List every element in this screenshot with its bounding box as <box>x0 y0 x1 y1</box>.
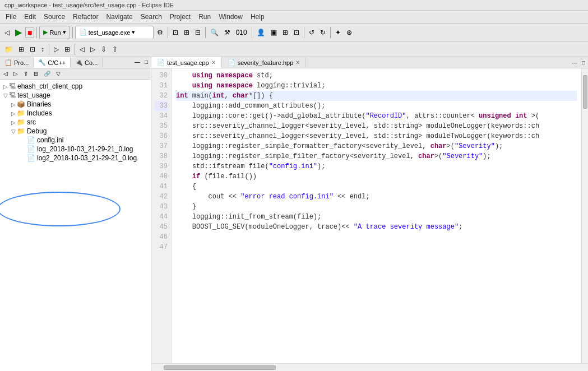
menu-help[interactable]: Help <box>247 12 268 22</box>
tree-label-ehash: ehash_ctrl_client_cpp <box>17 82 82 90</box>
play-button[interactable]: ▶ <box>13 26 24 39</box>
tb-icon-1[interactable]: ⊡ <box>170 27 180 38</box>
tb-icon-6[interactable]: 010 <box>234 27 249 38</box>
line-num-32: 32 <box>155 91 168 101</box>
tree-tb-back[interactable]: ◁ <box>1 69 10 78</box>
editor-tab-actions: — □ <box>569 58 588 67</box>
tb2-icon-3[interactable]: ⊡ <box>27 44 38 54</box>
toolbar-sep-7 <box>330 27 331 38</box>
tree-tb-collapse[interactable]: ⊟ <box>31 69 40 78</box>
menu-search[interactable]: Search <box>137 12 165 22</box>
tree-label-debug: Debug <box>27 127 47 135</box>
tab-close-severity[interactable]: ✕ <box>295 59 300 66</box>
tree-arrow-test-usage: ▽ <box>3 92 8 99</box>
run-config-button[interactable]: ▶ Run ▾ <box>39 26 70 39</box>
tb-icon-13[interactable]: ✦ <box>333 27 343 38</box>
sidebar-minimize-icon[interactable]: — <box>133 58 142 67</box>
tb2-icon-7[interactable]: ◁ <box>77 44 87 54</box>
tb-icon-7[interactable]: 👤 <box>254 27 267 38</box>
tb-icon-10[interactable]: ⊡ <box>291 27 302 38</box>
editor-scrollbar-v[interactable] <box>581 68 588 363</box>
menu-project[interactable]: Project <box>166 12 194 22</box>
menu-refactor[interactable]: Refactor <box>70 12 101 22</box>
menu-navigate[interactable]: Navigate <box>103 12 136 22</box>
tree-tb-link[interactable]: 🔗 <box>41 69 53 78</box>
sidebar: 📋 Pro... 🔧 C/C++ 🔌 Co... — □ ◁ ▷ ⇧ ⊟ 🔗 <box>0 57 151 371</box>
cpp-icon: 🔧 <box>38 59 46 66</box>
folder-icon-includes: 📁 <box>17 109 25 117</box>
code-line-31: using namespace logging::trivial; <box>176 81 577 91</box>
scrollbar-thumb-h[interactable] <box>164 365 276 370</box>
tree-item-ehash[interactable]: ▷ 🏗 ehash_ctrl_client_cpp <box>2 82 149 91</box>
menu-run[interactable]: Run <box>195 12 214 22</box>
exe-settings-button[interactable]: ⚙ <box>155 27 165 38</box>
tb-icon-5[interactable]: ⚒ <box>222 27 233 38</box>
code-line-43: cout << "error read config.ini" << endl; <box>176 192 577 202</box>
toolbar-sep-5 <box>252 27 252 38</box>
code-content[interactable]: using namespace std; using namespace log… <box>172 68 581 363</box>
tab-close-test-usage[interactable]: ✕ <box>211 59 216 66</box>
tree-tb-up[interactable]: ⇧ <box>21 69 30 78</box>
tb2-icon-2[interactable]: ⊞ <box>16 44 26 54</box>
tree-item-log2[interactable]: 📄 log2_2018-10-03_21-29-21_0.log <box>2 154 149 163</box>
tree-item-includes[interactable]: ▷ 📁 Includes <box>2 109 149 118</box>
editor-tab-test-usage[interactable]: 📄 test_usage.cpp ✕ <box>151 57 222 68</box>
tb2-icon-6[interactable]: ⊞ <box>62 44 72 54</box>
tb2-icon-4[interactable]: ↕ <box>39 44 47 54</box>
line-num-43: 43 <box>155 202 168 212</box>
tree-item-test-usage[interactable]: ▽ 🏗 test_usage <box>2 91 149 100</box>
tree-item-debug[interactable]: ▽ 📁 Debug <box>2 127 149 136</box>
tb2-icon-5[interactable]: ▷ <box>52 44 61 54</box>
menu-edit[interactable]: Edit <box>21 12 39 22</box>
menu-source[interactable]: Source <box>40 12 68 22</box>
menu-bar: File Edit Source Refactor Navigate Searc… <box>0 11 588 24</box>
line-num-47: 47 <box>155 242 168 252</box>
sidebar-tab-icons: — □ <box>132 57 151 68</box>
code-line-30: using namespace std; <box>176 71 577 81</box>
tb2-icon-1[interactable]: 📁 <box>2 44 15 54</box>
sidebar-tab-co[interactable]: 🔌 Co... <box>71 57 103 68</box>
editor-minimize-icon[interactable]: — <box>570 59 579 66</box>
menu-window[interactable]: Window <box>215 12 246 22</box>
project-icon-test-usage: 🏗 <box>9 91 16 99</box>
sidebar-tab-cpp[interactable]: 🔧 C/C++ <box>34 57 71 68</box>
back-button[interactable]: ◁ <box>2 27 12 38</box>
line-num-44: 44 <box>155 212 168 222</box>
line-num-34: 34 <box>155 111 168 121</box>
tb-icon-4[interactable]: 🔍 <box>208 27 221 38</box>
pro-label: Pro... <box>14 59 29 66</box>
exe-config-button[interactable]: 📄 test_usage.exe ▾ <box>75 26 154 39</box>
tree-tb-filter[interactable]: ▽ <box>54 69 63 78</box>
tb-icon-2[interactable]: ⊞ <box>182 27 192 38</box>
toolbar-sep-4 <box>205 27 206 38</box>
tree-arrow-binaries: ▷ <box>11 101 16 108</box>
play-icon: ▶ <box>43 29 48 36</box>
tb2-icon-8[interactable]: ▷ <box>88 44 98 54</box>
stop-button[interactable]: ■ <box>25 27 34 38</box>
editor-tab-severity[interactable]: 📄 severity_feature.hpp ✕ <box>222 57 307 68</box>
tb-icon-14[interactable]: ⊛ <box>344 27 354 38</box>
tb-icon-3[interactable]: ⊟ <box>193 27 203 38</box>
sidebar-tab-pro[interactable]: 📋 Pro... <box>0 57 34 68</box>
tree-item-log1[interactable]: 📄 log_2018-10-03_21-29-21_0.log <box>2 145 149 154</box>
editor-scrollbar-h[interactable] <box>151 363 588 371</box>
editor-tabs: 📄 test_usage.cpp ✕ 📄 severity_feature.hp… <box>151 57 588 68</box>
editor-area: 📄 test_usage.cpp ✕ 📄 severity_feature.hp… <box>151 57 588 371</box>
tree-item-src[interactable]: ▷ 📁 src <box>2 118 149 127</box>
tree-item-config-ini[interactable]: 📄 config.ini <box>2 136 149 145</box>
run-dropdown-arrow[interactable]: ▾ <box>63 29 66 36</box>
tb-icon-12[interactable]: ↻ <box>318 27 328 38</box>
tree-item-binaries[interactable]: ▷ 📦 Binaries <box>2 100 149 109</box>
exe-dropdown-arrow[interactable]: ▾ <box>132 29 135 36</box>
tb2-icon-9[interactable]: ⇩ <box>99 44 109 54</box>
tree-tb-forward[interactable]: ▷ <box>11 69 20 78</box>
menu-file[interactable]: File <box>2 12 20 22</box>
tb-icon-9[interactable]: ⊞ <box>280 27 290 38</box>
toolbar-sep-6 <box>304 27 304 38</box>
sidebar-maximize-icon[interactable]: □ <box>143 58 150 67</box>
scrollbar-thumb-v[interactable] <box>583 75 587 109</box>
tb2-icon-10[interactable]: ⇧ <box>110 44 120 54</box>
editor-maximize-icon[interactable]: □ <box>580 59 587 66</box>
tb-icon-11[interactable]: ↺ <box>307 27 317 38</box>
tb-icon-8[interactable]: ▣ <box>268 27 279 38</box>
